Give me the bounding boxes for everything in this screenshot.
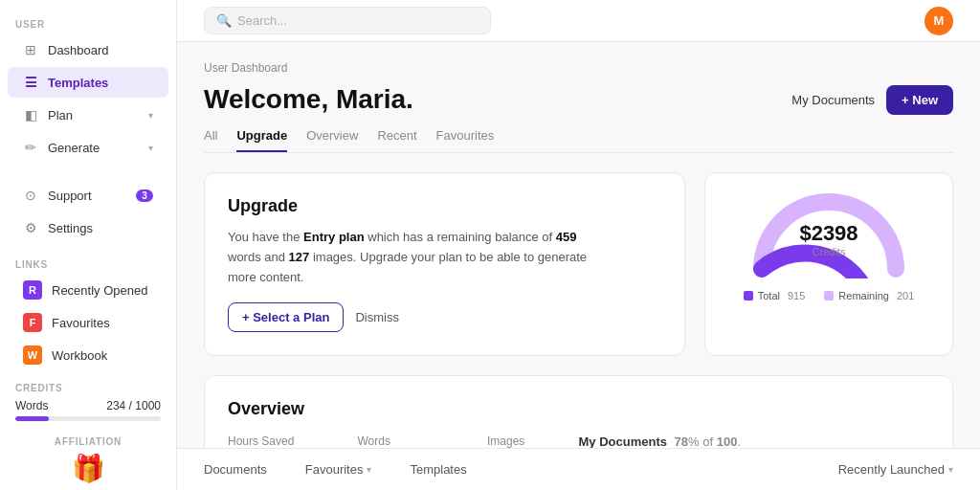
credits-words-label: Words <box>15 399 48 412</box>
settings-icon: ⚙ <box>23 220 38 235</box>
upgrade-text-prefix: You have the <box>228 230 303 244</box>
dismiss-button[interactable]: Dismiss <box>355 310 399 324</box>
sidebar-item-support[interactable]: ⊙ Support 3 <box>8 180 168 211</box>
main-content: 🔍 Search... M User Dashboard Welcome, Ma… <box>177 0 980 490</box>
sidebar-section-user: USER <box>0 11 176 33</box>
affiliation-icon: 🎁 <box>15 453 161 484</box>
welcome-row: Welcome, Maria. My Documents + New <box>204 84 953 115</box>
sidebar-item-generate[interactable]: ✏ Generate ▾ <box>8 132 168 163</box>
sidebar-item-label: Settings <box>48 221 93 235</box>
avatar: M <box>924 7 953 35</box>
legend-remaining-dot <box>824 291 834 301</box>
header-actions: My Documents + New <box>791 85 953 115</box>
tabs: All Upgrade Overview Recent Favourites <box>204 128 953 153</box>
bottom-tab-documents-label: Documents <box>204 462 267 477</box>
stat-hours-saved-label: Hours Saved <box>228 434 320 448</box>
sidebar-section-links: LINKS <box>0 252 176 274</box>
upgrade-text: You have the Entry plan which has a rema… <box>228 228 591 287</box>
sidebar-item-favourites[interactable]: F Favourites <box>8 307 168 338</box>
upgrade-card: Upgrade You have the Entry plan which ha… <box>204 172 685 356</box>
legend-remaining: Remaining 201 <box>824 290 914 301</box>
donut-label: Credits <box>799 246 858 257</box>
bottom-tab-templates[interactable]: Templates <box>410 462 466 477</box>
chevron-down-icon: ▾ <box>367 464 371 475</box>
my-documents-button[interactable]: My Documents <box>791 93 875 107</box>
search-icon: 🔍 <box>216 13 232 28</box>
templates-icon: ☰ <box>23 75 38 90</box>
sidebar-item-recently-opened[interactable]: R Recently Opened <box>8 275 168 305</box>
credits-section: CREDITS Words 234 / 1000 <box>0 371 176 425</box>
overview-section: Overview Hours Saved 238 Words 128 Image… <box>204 375 953 448</box>
bottom-tab-templates-label: Templates <box>410 462 466 477</box>
sidebar-item-label: Plan <box>48 108 73 122</box>
bottom-tab-favourites[interactable]: Favourites ▾ <box>305 462 372 477</box>
new-button[interactable]: + New <box>886 85 953 115</box>
bottom-tab-favourites-label: Favourites <box>305 462 364 477</box>
legend-total-dot <box>744 291 753 301</box>
tab-overview[interactable]: Overview <box>306 128 358 152</box>
upgrade-text-mid: which has a remaining balance of <box>365 230 556 244</box>
search-bar[interactable]: 🔍 Search... <box>204 7 491 34</box>
stat-words: Words 128 <box>358 434 450 448</box>
cards-row: Upgrade You have the Entry plan which ha… <box>204 172 953 356</box>
stat-words-label: Words <box>358 434 450 448</box>
tab-all[interactable]: All <box>204 128 217 152</box>
overview-stats: Hours Saved 238 Words 128 Images 20 <box>228 434 579 448</box>
chevron-down-icon: ▾ <box>948 464 953 475</box>
legend-total-value: 915 <box>788 290 805 301</box>
bottom-tab-recently-launched[interactable]: Recently Launched ▾ <box>838 462 953 477</box>
support-badge: 3 <box>136 189 153 202</box>
stat-hours-saved: Hours Saved 238 <box>228 434 320 448</box>
legend-total: Total 915 <box>744 290 806 301</box>
sidebar-item-label: Generate <box>48 141 100 155</box>
recently-opened-avatar: R <box>23 280 42 300</box>
chevron-down-icon: ▾ <box>148 143 153 153</box>
workbook-label: Workbook <box>52 348 107 363</box>
plan-icon: ◧ <box>23 107 38 122</box>
support-icon: ⊙ <box>23 188 38 203</box>
donut-card: $2398 Credits Total 915 Remaining 201 <box>704 172 953 356</box>
bottom-tab-documents[interactable]: Documents <box>204 462 267 477</box>
topbar: 🔍 Search... M <box>177 0 980 42</box>
topbar-right: M <box>924 7 953 35</box>
upgrade-title: Upgrade <box>228 196 661 216</box>
legend-remaining-value: 201 <box>897 290 914 301</box>
donut-amount: $2398 <box>799 221 858 246</box>
sidebar-item-plan[interactable]: ◧ Plan ▾ <box>8 100 168 130</box>
credits-bar-fill <box>15 416 49 421</box>
legend-remaining-label: Remaining <box>838 290 889 301</box>
upgrade-images-count: 127 <box>289 250 310 264</box>
credits-label: CREDITS <box>15 383 161 393</box>
stat-images-label: Images <box>487 434 579 448</box>
sidebar-item-dashboard[interactable]: ⊞ Dashboard <box>8 34 168 65</box>
favourites-avatar: F <box>23 313 42 332</box>
sidebar-item-label: Templates <box>48 76 108 90</box>
content-area: User Dashboard Welcome, Maria. My Docume… <box>177 42 980 448</box>
tab-favourites[interactable]: Favourites <box>436 128 495 152</box>
sidebar-item-workbook[interactable]: W Workbook <box>8 340 168 370</box>
tab-recent[interactable]: Recent <box>377 128 416 152</box>
affiliation-label: AFFILIATION <box>15 436 161 447</box>
credits-words-value: 234 / 1000 <box>106 399 161 412</box>
recently-opened-label: Recently Opened <box>52 283 147 298</box>
credits-bar <box>15 416 161 421</box>
bottom-tabs: Documents Favourites ▾ Templates Recentl… <box>177 448 980 490</box>
workbook-avatar: W <box>23 345 42 365</box>
doc-bar-label: My Documents 78% of 100. <box>579 434 930 448</box>
select-plan-button[interactable]: + Select a Plan <box>228 302 344 332</box>
sidebar-item-label: Support <box>48 189 92 203</box>
donut-chart: $2398 Credits <box>752 192 905 278</box>
overview-title: Overview <box>228 399 929 419</box>
chevron-down-icon: ▾ <box>148 110 153 121</box>
sidebar-item-label: Dashboard <box>48 43 109 57</box>
stat-images: Images 20 <box>487 434 579 448</box>
tab-upgrade[interactable]: Upgrade <box>236 128 287 152</box>
sidebar-item-templates[interactable]: ☰ Templates <box>8 67 168 98</box>
upgrade-text-mid2: words and <box>228 250 289 264</box>
sidebar-item-settings[interactable]: ⚙ Settings <box>8 212 168 243</box>
donut-legend: Total 915 Remaining 201 <box>744 290 915 301</box>
upgrade-words-count: 459 <box>556 230 577 244</box>
welcome-title: Welcome, Maria. <box>204 84 413 115</box>
donut-center: $2398 Credits <box>799 221 858 257</box>
search-placeholder: Search... <box>237 13 287 28</box>
